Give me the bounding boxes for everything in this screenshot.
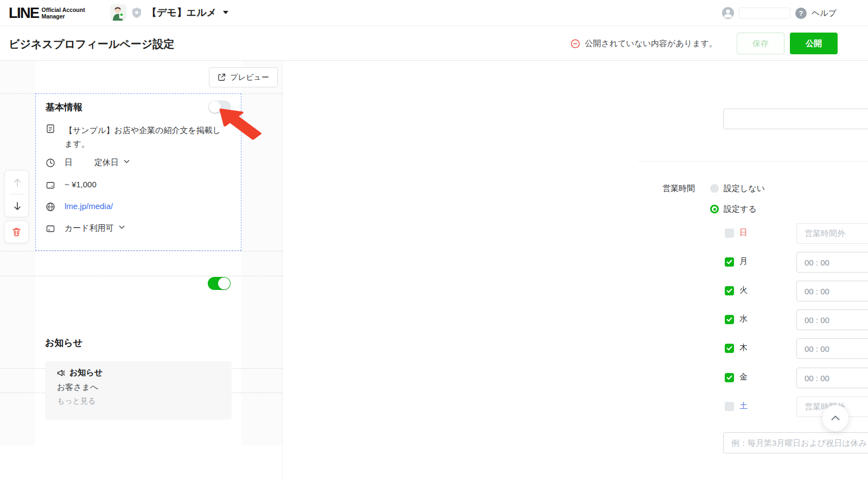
- preview-panel: プレビュー 基本情報 【サンプル】お店や企業の紹介文を掲載します。 日 定休日 …: [0, 61, 282, 480]
- page: 22/30 営業時間 設定しない 設定する 日 営業時間外 月 00 : 00 …: [0, 0, 868, 480]
- settings-form-panel: 22/30 営業時間 設定しない 設定する 日 営業時間外 月 00 : 00 …: [283, 61, 868, 480]
- move-down-button[interactable]: [5, 194, 29, 218]
- basic-info-hours-day: 日: [65, 157, 94, 168]
- sunday-checkbox[interactable]: [725, 229, 734, 238]
- logo-sub-line1: Official Account: [42, 7, 85, 13]
- account-avatar: [110, 4, 126, 21]
- hours-row-thursday: 木 00 : 00 00 : 00: [725, 338, 868, 359]
- account-caret-icon: [223, 11, 228, 14]
- red-arrow-annotation: [218, 108, 265, 142]
- memo-icon: [46, 124, 55, 134]
- hours-set-radio[interactable]: [710, 205, 719, 213]
- preview-button-label: プレビュー: [230, 73, 269, 83]
- thursday-checkbox[interactable]: [725, 344, 734, 353]
- sunday-hours-select[interactable]: 営業時間外: [796, 223, 868, 244]
- monday-label: 月: [739, 256, 748, 267]
- business-hours-label: 営業時間: [635, 184, 695, 194]
- tuesday-checkbox[interactable]: [725, 286, 734, 295]
- credit-card-icon: [46, 224, 55, 233]
- hours-row-monday: 月 00 : 00 00 : 00: [725, 251, 868, 273]
- basic-info-price: ~ ¥1,000: [65, 180, 97, 189]
- panel-divider: [282, 61, 283, 480]
- unpublished-warning-text: 公開されていない内容があります。: [585, 39, 717, 49]
- help-icon[interactable]: ?: [795, 8, 807, 19]
- monday-open-value: 00 : 00: [805, 258, 829, 267]
- basic-info-card[interactable]: 基本情報 【サンプル】お店や企業の紹介文を掲載します。 日 定休日 ~ ¥1,0…: [35, 93, 241, 251]
- hours-row-wednesday: 水 00 : 00 00 : 00: [725, 309, 868, 331]
- clock-icon: [46, 158, 55, 168]
- arrow-down-icon: [13, 201, 22, 211]
- friday-label: 金: [739, 372, 748, 382]
- scroll-to-top-button[interactable]: [822, 405, 848, 431]
- delete-section-button[interactable]: [4, 220, 29, 243]
- hours-not-set-label[interactable]: 設定しない: [724, 184, 765, 194]
- thursday-label: 木: [739, 343, 748, 353]
- megaphone-icon: [57, 369, 65, 377]
- sunday-hours-value: 営業時間外: [805, 229, 845, 239]
- basic-info-website-link[interactable]: lme.jp/media/: [65, 201, 113, 211]
- notice-item-body: お客さまへ: [57, 382, 98, 393]
- hours-set-label[interactable]: 設定する: [724, 204, 757, 214]
- move-up-button[interactable]: [5, 170, 29, 194]
- chevron-down-icon[interactable]: [119, 225, 125, 229]
- line-oam-logo[interactable]: LINE Official Account Manager: [9, 5, 85, 22]
- hours-note-input[interactable]: [723, 432, 868, 453]
- thursday-open-select[interactable]: 00 : 00: [796, 338, 868, 359]
- wednesday-checkbox[interactable]: [725, 315, 734, 324]
- notice-item-title: お知らせ: [69, 368, 103, 378]
- page-toolbar: ビジネスプロフィールページ設定 公開されていない内容があります。 保存 公開: [0, 26, 868, 61]
- hours-row-friday: 金 00 : 00 00 : 00: [725, 367, 868, 389]
- sunday-label: 日: [739, 228, 748, 238]
- account-switcher[interactable]: 【デモ】エルメ: [110, 4, 228, 21]
- logo-sub-line2: Manager: [42, 13, 65, 20]
- friday-checkbox[interactable]: [725, 373, 734, 382]
- app-header: LINE Official Account Manager 【デモ】エルメ ? …: [0, 0, 868, 26]
- hours-not-set-radio[interactable]: [710, 184, 719, 193]
- monday-checkbox[interactable]: [725, 257, 734, 267]
- add-parts-strip: ＋パーツを追加: [0, 445, 282, 480]
- notice-toggle[interactable]: [208, 277, 231, 290]
- notice-card[interactable]: お知らせ お客さまへ もっと見る: [45, 361, 232, 420]
- basic-info-payment: カード利用可: [65, 223, 114, 233]
- hours-row-sunday: 日 営業時間外: [725, 223, 868, 244]
- section-divider-dashed: [0, 251, 282, 251]
- saturday-checkbox[interactable]: [725, 402, 734, 411]
- wednesday-open-select[interactable]: 00 : 00: [796, 310, 868, 330]
- basic-info-hours-status: 定休日: [94, 157, 119, 168]
- panel-left-gutter: [0, 61, 35, 445]
- notice-more-link[interactable]: もっと見る: [57, 396, 95, 406]
- wallet-icon: [46, 180, 55, 190]
- wednesday-open-value: 00 : 00: [805, 315, 829, 325]
- friday-open-value: 00 : 00: [805, 374, 829, 383]
- arrow-up-icon: [13, 178, 22, 187]
- thursday-open-value: 00 : 00: [805, 344, 829, 353]
- tuesday-label: 火: [739, 285, 748, 295]
- save-button[interactable]: 保存: [737, 33, 784, 54]
- username-placeholder: [739, 8, 790, 19]
- notice-section-title: お知らせ: [45, 337, 82, 349]
- friday-open-select[interactable]: 00 : 00: [796, 368, 868, 388]
- publish-button[interactable]: 公開: [790, 33, 838, 54]
- monday-open-select[interactable]: 00 : 00: [796, 252, 868, 273]
- tuesday-open-select[interactable]: 00 : 00: [796, 281, 868, 301]
- globe-icon: [46, 202, 55, 212]
- tuesday-open-value: 00 : 00: [805, 287, 829, 296]
- saturday-label: 土: [739, 401, 748, 411]
- logo-line-text: LINE: [9, 5, 39, 22]
- basic-info-description: 【サンプル】お店や企業の紹介文を掲載します。: [65, 123, 227, 150]
- external-link-icon: [218, 73, 226, 81]
- wednesday-label: 水: [739, 314, 748, 324]
- chevron-down-icon[interactable]: [124, 160, 130, 163]
- preview-button[interactable]: プレビュー: [209, 67, 278, 87]
- account-name: 【デモ】エルメ: [147, 6, 216, 19]
- trash-icon: [12, 227, 21, 237]
- user-profile-icon[interactable]: [722, 7, 734, 19]
- basic-info-title: 基本情報: [46, 101, 82, 113]
- reorder-control: [4, 170, 29, 217]
- profile-title-input[interactable]: [723, 109, 868, 129]
- hours-row-tuesday: 火 00 : 00 00 : 00: [725, 280, 868, 302]
- section-divider: [638, 161, 868, 162]
- unpublished-warning-icon: [571, 39, 580, 48]
- section-divider-dashed: [0, 276, 282, 276]
- help-link[interactable]: ヘルプ: [812, 8, 837, 18]
